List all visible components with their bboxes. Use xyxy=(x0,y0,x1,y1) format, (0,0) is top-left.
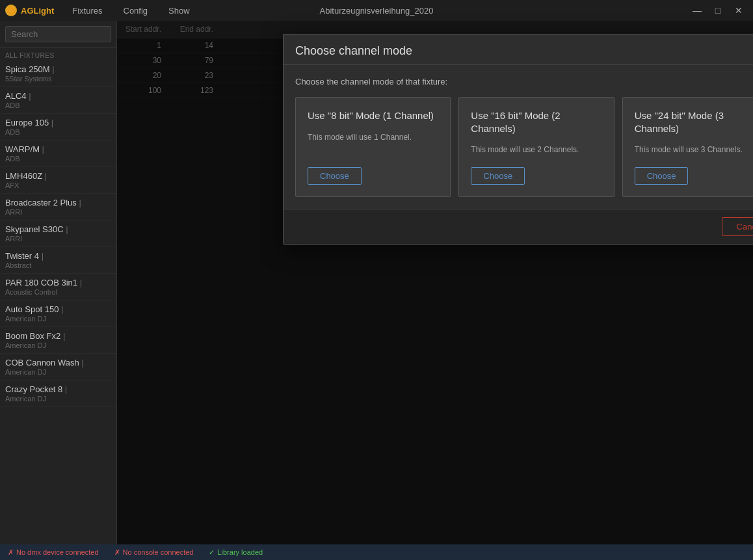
mode-card-2: Use "16 bit" Mode (2 Channels) This mode… xyxy=(458,97,614,197)
title-bar-nav: Fixtures Config Show xyxy=(62,6,200,16)
fixture-list-item[interactable]: Spica 250M | 5Star Systems xyxy=(0,60,116,87)
main-layout: ALL FIXTURES Spica 250M | 5Star Systems … xyxy=(0,21,753,544)
dialog-body: Choose the channel mode of that fixture:… xyxy=(284,65,753,209)
status-item-0: ✗ No dmx device connected xyxy=(8,548,99,557)
app-logo: 🔆 AGLight xyxy=(5,5,54,16)
mode-card-title: Use "24 bit" Mode (3 Channels) xyxy=(635,109,753,135)
fixture-list-item[interactable]: Twister 4 | Abstract xyxy=(0,247,116,274)
fixture-name: Boom Box Fx2 | xyxy=(5,331,111,341)
mode-choose-button-2[interactable]: Choose xyxy=(471,167,525,185)
fixture-brand: ADB xyxy=(5,155,111,163)
fixture-list-item[interactable]: ALC4 | ADB xyxy=(0,87,116,114)
fixture-list-item[interactable]: COB Cannon Wash | American DJ xyxy=(0,354,116,380)
mode-card-desc: This mode will use 3 Channels. xyxy=(635,144,753,155)
fixture-brand: ARRI xyxy=(5,235,111,243)
cancel-button[interactable]: Cancel xyxy=(722,217,753,236)
fixture-brand: American DJ xyxy=(5,341,111,349)
mode-choose-button-1[interactable]: Choose xyxy=(308,167,362,185)
status-text-0: No dmx device connected xyxy=(16,548,99,556)
app-name: AGLight xyxy=(21,6,54,16)
status-text-2: Library loaded xyxy=(217,548,263,556)
fixture-name: Auto Spot 150 | xyxy=(5,304,111,314)
close-button[interactable]: ✕ xyxy=(730,1,748,20)
fixture-name: PAR 180 COB 3in1 | xyxy=(5,278,111,287)
mode-card-title: Use "16 bit" Mode (2 Channels) xyxy=(471,109,601,135)
status-bar: ✗ No dmx device connected ✗ No console c… xyxy=(0,544,753,560)
logo-icon: 🔆 xyxy=(5,5,17,16)
sidebar-section-label: ALL FIXTURES xyxy=(0,48,116,60)
status-item-2: ✓ Library loaded xyxy=(209,548,263,557)
fixture-name: LMH460Z | xyxy=(5,171,111,181)
mode-cards: Use "8 bit" Mode (1 Channel) This mode w… xyxy=(295,97,753,197)
fixture-list-item[interactable]: Skypanel S30C | ARRI xyxy=(0,220,116,247)
search-input[interactable] xyxy=(5,26,111,42)
fixture-list-item[interactable]: Boom Box Fx2 | American DJ xyxy=(0,327,116,354)
mode-card-1: Use "8 bit" Mode (1 Channel) This mode w… xyxy=(295,97,451,197)
fixture-list-item[interactable]: Crazy Pocket 8 | American DJ xyxy=(0,380,116,407)
window-title: Abiturzeugnisverleihung_2020 xyxy=(320,6,434,16)
fixture-list-item[interactable]: PAR 180 COB 3in1 | Acoustic Control xyxy=(0,274,116,300)
status-icon-1: ✗ xyxy=(114,548,120,557)
fixture-brand: ADB xyxy=(5,101,111,109)
nav-show[interactable]: Show xyxy=(158,6,200,16)
fixture-name: ALC4 | xyxy=(5,91,111,101)
fixture-brand: American DJ xyxy=(5,368,111,376)
fixture-name: Spica 250M | xyxy=(5,64,111,74)
fixture-name: Broadcaster 2 Plus | xyxy=(5,198,111,207)
fixture-list-item[interactable]: WARP/M | ADB xyxy=(0,140,116,167)
nav-config[interactable]: Config xyxy=(113,6,159,16)
dialog-title: Choose channel mode xyxy=(295,44,412,58)
mode-card-3: Use "24 bit" Mode (3 Channels) This mode… xyxy=(622,97,753,197)
fixture-brand: American DJ xyxy=(5,315,111,323)
dialog-subtitle: Choose the channel mode of that fixture: xyxy=(295,77,753,87)
fixture-brand: ARRI xyxy=(5,208,111,216)
mode-card-desc: This mode will use 1 Channel. xyxy=(308,131,438,156)
dialog-header: Choose channel mode × xyxy=(284,34,753,65)
status-item-1: ✗ No console connected xyxy=(114,548,194,557)
fixture-list-item[interactable]: Broadcaster 2 Plus | ARRI xyxy=(0,194,116,220)
status-icon-2: ✓ xyxy=(209,548,215,557)
fixture-brand: American DJ xyxy=(5,395,111,403)
fixture-brand: Abstract xyxy=(5,261,111,269)
mode-card-title: Use "8 bit" Mode (1 Channel) xyxy=(308,109,438,122)
fixture-name: Twister 4 | xyxy=(5,251,111,261)
nav-fixtures[interactable]: Fixtures xyxy=(62,6,112,16)
search-box xyxy=(0,21,116,48)
fixture-name: Skypanel S30C | xyxy=(5,224,111,234)
fixture-name: COB Cannon Wash | xyxy=(5,358,111,367)
fixture-list-item[interactable]: Auto Spot 150 | American DJ xyxy=(0,300,116,327)
content-area: Start addr. End addr. 1 14 30 79 20 23 1… xyxy=(117,21,753,544)
fixture-brand: AFX xyxy=(5,181,111,189)
mode-choose-button-3[interactable]: Choose xyxy=(635,167,689,185)
fixture-brand: 5Star Systems xyxy=(5,75,111,83)
fixture-list-item[interactable]: Europe 105 | ADB xyxy=(0,114,116,140)
sidebar: ALL FIXTURES Spica 250M | 5Star Systems … xyxy=(0,21,117,544)
dialog-footer: Cancel xyxy=(284,209,753,244)
fixture-name: Europe 105 | xyxy=(5,118,111,127)
fixture-name: WARP/M | xyxy=(5,144,111,154)
mode-card-desc: This mode will use 2 Channels. xyxy=(471,144,601,155)
window-controls: — □ ✕ xyxy=(688,1,748,20)
fixture-brand: ADB xyxy=(5,128,111,136)
fixture-list: Spica 250M | 5Star Systems ALC4 | ADB Eu… xyxy=(0,60,116,544)
title-bar: 🔆 AGLight Fixtures Config Show Abiturzeu… xyxy=(0,0,753,21)
status-text-1: No console connected xyxy=(123,548,194,556)
fixture-list-item[interactable]: LMH460Z | AFX xyxy=(0,167,116,194)
status-icon-0: ✗ xyxy=(8,548,14,557)
fixture-name: Crazy Pocket 8 | xyxy=(5,384,111,394)
choose-channel-mode-dialog: Choose channel mode × Choose the channel… xyxy=(283,34,753,245)
maximize-button[interactable]: □ xyxy=(709,1,727,20)
fixture-brand: Acoustic Control xyxy=(5,288,111,296)
minimize-button[interactable]: — xyxy=(688,1,706,20)
